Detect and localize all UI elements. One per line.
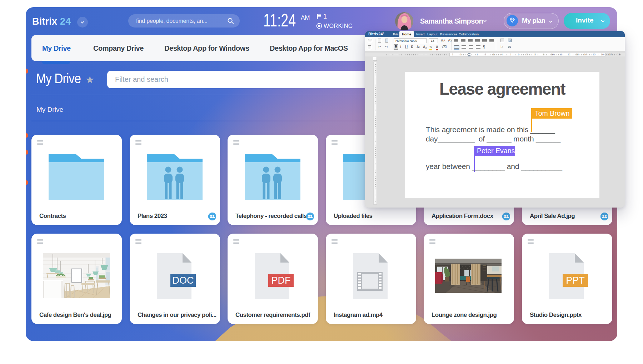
svg-text:DOC: DOC — [173, 275, 194, 286]
svg-text:PPT: PPT — [566, 275, 585, 286]
svg-text:PDF: PDF — [271, 275, 291, 286]
